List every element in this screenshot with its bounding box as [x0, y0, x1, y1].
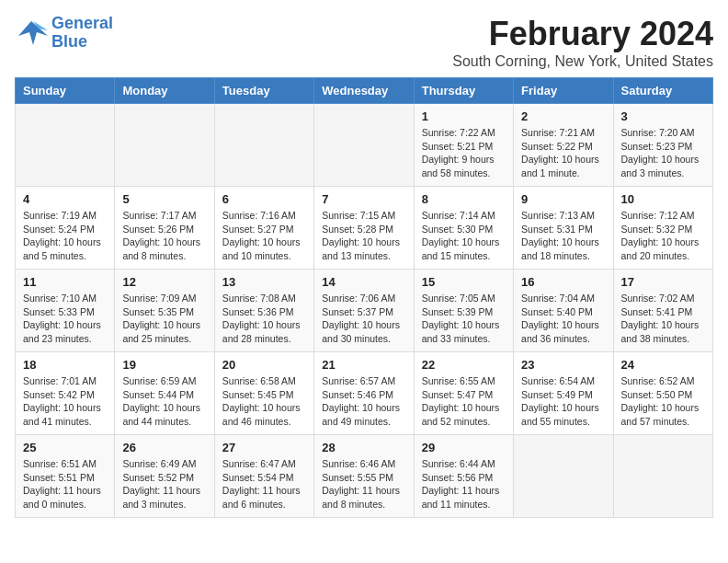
calendar-table: SundayMondayTuesdayWednesdayThursdayFrid…	[15, 77, 713, 518]
calendar-day-cell: 6Sunrise: 7:16 AM Sunset: 5:27 PM Daylig…	[214, 187, 313, 270]
page-header: General Blue February 2024 South Corning…	[15, 15, 713, 70]
calendar-day-cell: 25Sunrise: 6:51 AM Sunset: 5:51 PM Dayli…	[16, 435, 115, 518]
day-number: 24	[621, 358, 705, 372]
day-number: 28	[322, 441, 405, 454]
day-number: 20	[222, 358, 306, 372]
day-info: Sunrise: 7:13 AM Sunset: 5:31 PM Dayligh…	[521, 209, 605, 263]
calendar-day-cell: 16Sunrise: 7:04 AM Sunset: 5:40 PM Dayli…	[514, 270, 613, 352]
day-info: Sunrise: 7:05 AM Sunset: 5:39 PM Dayligh…	[422, 292, 506, 346]
calendar-day-cell: 15Sunrise: 7:05 AM Sunset: 5:39 PM Dayli…	[414, 270, 513, 352]
calendar-day-cell	[214, 104, 313, 187]
title-block: February 2024 South Corning, New York, U…	[452, 15, 713, 70]
calendar-day-cell: 13Sunrise: 7:08 AM Sunset: 5:36 PM Dayli…	[214, 270, 313, 352]
day-info: Sunrise: 6:59 AM Sunset: 5:44 PM Dayligh…	[122, 374, 206, 429]
location: South Corning, New York, United States	[452, 53, 713, 70]
day-info: Sunrise: 6:46 AM Sunset: 5:55 PM Dayligh…	[322, 457, 405, 511]
day-number: 26	[122, 441, 206, 454]
calendar-day-cell: 22Sunrise: 6:55 AM Sunset: 5:47 PM Dayli…	[414, 352, 513, 435]
calendar-week-row: 18Sunrise: 7:01 AM Sunset: 5:42 PM Dayli…	[16, 352, 713, 435]
day-info: Sunrise: 6:44 AM Sunset: 5:56 PM Dayligh…	[422, 457, 506, 511]
day-info: Sunrise: 7:17 AM Sunset: 5:26 PM Dayligh…	[122, 209, 206, 263]
day-number: 18	[23, 358, 107, 372]
calendar-day-cell	[514, 435, 613, 518]
day-of-week-header: Tuesday	[214, 78, 313, 104]
day-info: Sunrise: 6:47 AM Sunset: 5:54 PM Dayligh…	[222, 457, 306, 511]
day-info: Sunrise: 6:57 AM Sunset: 5:46 PM Dayligh…	[322, 374, 405, 429]
calendar-day-cell: 17Sunrise: 7:02 AM Sunset: 5:41 PM Dayli…	[613, 270, 712, 352]
day-number: 5	[122, 192, 206, 206]
day-number: 9	[521, 192, 605, 206]
calendar-day-cell: 19Sunrise: 6:59 AM Sunset: 5:44 PM Dayli…	[115, 352, 214, 435]
month-title: February 2024	[452, 15, 713, 53]
day-of-week-header: Friday	[514, 78, 613, 104]
day-number: 27	[222, 441, 306, 454]
calendar-day-cell: 3Sunrise: 7:20 AM Sunset: 5:23 PM Daylig…	[613, 104, 712, 187]
day-info: Sunrise: 7:16 AM Sunset: 5:27 PM Dayligh…	[222, 209, 306, 263]
day-number: 29	[422, 441, 506, 454]
calendar-day-cell: 10Sunrise: 7:12 AM Sunset: 5:32 PM Dayli…	[613, 187, 712, 270]
day-number: 21	[322, 358, 405, 372]
calendar-day-cell: 26Sunrise: 6:49 AM Sunset: 5:52 PM Dayli…	[115, 435, 214, 518]
day-info: Sunrise: 7:19 AM Sunset: 5:24 PM Dayligh…	[23, 209, 107, 263]
day-info: Sunrise: 6:54 AM Sunset: 5:49 PM Dayligh…	[521, 374, 605, 429]
calendar-day-cell: 12Sunrise: 7:09 AM Sunset: 5:35 PM Dayli…	[115, 270, 214, 352]
logo-line1: General	[51, 15, 113, 33]
day-info: Sunrise: 7:12 AM Sunset: 5:32 PM Dayligh…	[621, 209, 705, 263]
day-info: Sunrise: 6:55 AM Sunset: 5:47 PM Dayligh…	[422, 374, 506, 429]
day-number: 13	[222, 275, 306, 289]
day-info: Sunrise: 7:02 AM Sunset: 5:41 PM Dayligh…	[621, 292, 705, 346]
calendar-day-cell: 29Sunrise: 6:44 AM Sunset: 5:56 PM Dayli…	[414, 435, 513, 518]
day-info: Sunrise: 7:21 AM Sunset: 5:22 PM Dayligh…	[521, 126, 605, 180]
day-number: 17	[621, 275, 705, 289]
day-number: 7	[322, 192, 405, 206]
calendar-day-cell: 21Sunrise: 6:57 AM Sunset: 5:46 PM Dayli…	[314, 352, 414, 435]
day-number: 10	[621, 192, 705, 206]
calendar-day-cell	[16, 104, 115, 187]
calendar-day-cell: 20Sunrise: 6:58 AM Sunset: 5:45 PM Dayli…	[214, 352, 313, 435]
day-number: 16	[521, 275, 605, 289]
calendar-day-cell	[314, 104, 414, 187]
day-info: Sunrise: 7:01 AM Sunset: 5:42 PM Dayligh…	[23, 374, 107, 429]
calendar-week-row: 11Sunrise: 7:10 AM Sunset: 5:33 PM Dayli…	[16, 270, 713, 352]
svg-marker-0	[18, 21, 48, 45]
day-info: Sunrise: 7:06 AM Sunset: 5:37 PM Dayligh…	[322, 292, 405, 346]
calendar-day-cell: 14Sunrise: 7:06 AM Sunset: 5:37 PM Dayli…	[314, 270, 414, 352]
calendar-day-cell: 7Sunrise: 7:15 AM Sunset: 5:28 PM Daylig…	[314, 187, 414, 270]
calendar-day-cell: 5Sunrise: 7:17 AM Sunset: 5:26 PM Daylig…	[115, 187, 214, 270]
day-of-week-header: Wednesday	[314, 78, 414, 104]
day-number: 22	[422, 358, 506, 372]
calendar-day-cell: 11Sunrise: 7:10 AM Sunset: 5:33 PM Dayli…	[16, 270, 115, 352]
calendar-day-cell: 28Sunrise: 6:46 AM Sunset: 5:55 PM Dayli…	[314, 435, 414, 518]
day-of-week-header: Sunday	[16, 78, 115, 104]
day-of-week-header: Saturday	[613, 78, 712, 104]
calendar-week-row: 4Sunrise: 7:19 AM Sunset: 5:24 PM Daylig…	[16, 187, 713, 270]
calendar-day-cell: 8Sunrise: 7:14 AM Sunset: 5:30 PM Daylig…	[414, 187, 513, 270]
calendar-week-row: 25Sunrise: 6:51 AM Sunset: 5:51 PM Dayli…	[16, 435, 713, 518]
day-info: Sunrise: 7:15 AM Sunset: 5:28 PM Dayligh…	[322, 209, 405, 263]
day-info: Sunrise: 7:09 AM Sunset: 5:35 PM Dayligh…	[122, 292, 206, 346]
day-number: 3	[621, 109, 705, 123]
day-info: Sunrise: 7:08 AM Sunset: 5:36 PM Dayligh…	[222, 292, 306, 346]
calendar-day-cell: 2Sunrise: 7:21 AM Sunset: 5:22 PM Daylig…	[514, 104, 613, 187]
calendar-day-cell: 9Sunrise: 7:13 AM Sunset: 5:31 PM Daylig…	[514, 187, 613, 270]
day-info: Sunrise: 7:04 AM Sunset: 5:40 PM Dayligh…	[521, 292, 605, 346]
day-number: 23	[521, 358, 605, 372]
day-info: Sunrise: 6:58 AM Sunset: 5:45 PM Dayligh…	[222, 374, 306, 429]
calendar-day-cell: 18Sunrise: 7:01 AM Sunset: 5:42 PM Dayli…	[16, 352, 115, 435]
calendar-week-row: 1Sunrise: 7:22 AM Sunset: 5:21 PM Daylig…	[16, 104, 713, 187]
day-number: 12	[122, 275, 206, 289]
day-info: Sunrise: 7:14 AM Sunset: 5:30 PM Dayligh…	[422, 209, 506, 263]
day-of-week-header: Monday	[115, 78, 214, 104]
day-info: Sunrise: 6:51 AM Sunset: 5:51 PM Dayligh…	[23, 457, 107, 511]
day-number: 1	[422, 109, 506, 123]
calendar-header-row: SundayMondayTuesdayWednesdayThursdayFrid…	[16, 78, 713, 104]
day-number: 2	[521, 109, 605, 123]
day-info: Sunrise: 6:49 AM Sunset: 5:52 PM Dayligh…	[122, 457, 206, 511]
calendar-day-cell	[115, 104, 214, 187]
logo-line2: Blue	[51, 33, 113, 52]
day-number: 19	[122, 358, 206, 372]
day-info: Sunrise: 7:20 AM Sunset: 5:23 PM Dayligh…	[621, 126, 705, 180]
day-number: 8	[422, 192, 506, 206]
day-number: 6	[222, 192, 306, 206]
calendar-day-cell: 24Sunrise: 6:52 AM Sunset: 5:50 PM Dayli…	[613, 352, 712, 435]
